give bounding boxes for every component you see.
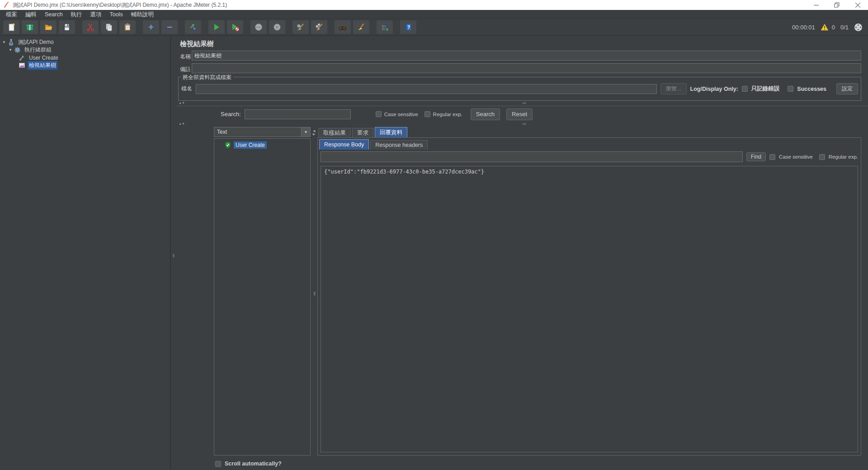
reset-button[interactable]: Reset [506,108,533,120]
log-successes-checkbox[interactable] [788,86,793,92]
splitter-grip-icon: »» [171,254,176,257]
find-button[interactable]: Find [746,152,766,161]
warning-count: 0 [832,24,835,31]
splitter-results[interactable]: ▲▼ »» [176,122,868,127]
browse-button[interactable]: 瀏覽... [660,83,687,94]
tree-item-thread-group[interactable]: ▼ 執行緒群組 [0,46,170,54]
help-button[interactable]: ? [400,20,416,34]
find-row: Find Case sensitive Regular exp. [321,151,858,162]
stop-button[interactable]: STOP [250,20,267,34]
tab-request[interactable]: 要求 [352,128,373,137]
start-no-pauses-button[interactable] [227,20,243,34]
menu-item-run[interactable]: 執行 [67,10,86,19]
menu-item-options[interactable]: 選項 [86,10,106,19]
warning-triangle-icon [821,24,829,31]
response-subtab-strip: Response Body Response headers [319,139,428,150]
paste-button[interactable] [119,20,136,34]
menu-item-help[interactable]: 輔助說明 [127,10,158,19]
remove-button[interactable]: − [161,20,178,34]
collapse-arrow-icon[interactable]: ▼ [8,48,13,52]
clear-all-broom-icon [315,23,324,32]
main-vertical-splitter[interactable]: »» [171,36,176,470]
copy-button[interactable] [101,20,117,34]
success-shield-icon [224,141,232,149]
name-input[interactable] [192,51,861,61]
search-button-toolbar[interactable] [335,20,351,34]
renderer-dropdown[interactable]: Text ▼ [214,127,311,137]
splitter-collapse-arrows-icon[interactable]: ◀▶ [313,129,315,136]
tree-item-label: User Create [28,54,60,61]
search-regular-exp-checkbox[interactable] [425,111,430,117]
menu-item-search[interactable]: Search [41,10,67,19]
scroll-automatically-checkbox[interactable] [215,461,221,467]
menubar: 檔案 編輯 Search 執行 選項 Tools 輔助說明 [0,10,868,19]
search-case-sensitive-checkbox[interactable] [376,111,382,117]
add-button[interactable]: + [143,20,159,34]
splitter-search[interactable]: ▲▼ »» [176,101,868,106]
toolbar-status: 00:00:01 0 0/1 [792,23,868,32]
menu-item-edit[interactable]: 編輯 [21,10,41,19]
find-regular-exp-checkbox[interactable] [819,154,825,160]
log-errors-checkbox[interactable] [742,86,748,92]
warning-indicator[interactable]: 0 [821,24,835,31]
splitter-collapse-arrows-icon[interactable]: ▲▼ [179,122,185,125]
minus-icon: − [167,23,172,32]
comments-input[interactable] [192,63,861,73]
filename-input[interactable] [196,84,657,94]
write-results-group-title: 將全部資料寫成檔案 [181,74,233,81]
menu-item-tools[interactable]: Tools [106,10,127,19]
tab-sampler-result[interactable]: 取樣結果 [318,128,351,137]
start-button[interactable] [208,20,225,34]
editor-title: 檢視結果樹 [180,40,214,48]
find-input[interactable] [321,151,743,162]
configure-button[interactable]: 設定 [836,83,858,94]
new-file-icon [7,23,16,32]
start-play-icon [212,23,221,32]
new-file-button[interactable] [3,20,19,34]
remote-start-icon[interactable] [854,23,863,32]
tree-item-test-plan[interactable]: ▼ 測試API Demo [0,38,170,46]
search-input[interactable] [245,109,351,119]
clear-search-button[interactable] [353,20,369,34]
minimize-button[interactable] [806,0,826,10]
results-vertical-splitter[interactable]: ◀▶ »» [312,127,317,456]
shutdown-button[interactable] [269,20,285,34]
save-button[interactable] [59,20,75,34]
tab-response-data[interactable]: 回覆資料 [375,127,407,137]
collapse-arrow-icon[interactable]: ▼ [2,40,6,44]
stop-sign-icon: STOP [254,23,263,32]
function-helper-notebook-icon [380,23,389,32]
tree-item-user-create[interactable]: User Create [0,54,170,61]
search-button[interactable]: Search [471,108,500,120]
search-panel: Search: Case sensitive Regular exp. Sear… [176,106,868,122]
results-tree-icon [18,61,26,69]
splitter-grip-icon: »» [522,122,526,126]
response-body-text[interactable]: {"userId":"fb9221d3-6977-43c0-be35-a727d… [321,166,858,452]
clear-button[interactable] [292,20,309,34]
restore-button[interactable] [826,0,847,10]
view-results-tree-editor: 檢視結果樹 名稱 備註 將全部資料寫成檔案 檔名 瀏覽... Log/Displ… [176,36,868,470]
open-file-button[interactable] [40,20,57,34]
test-plan-icon [7,38,15,46]
cut-button[interactable] [82,20,99,34]
start-no-pauses-icon [231,23,240,32]
plus-icon: + [148,23,154,32]
function-helper-button[interactable] [377,20,393,34]
close-button[interactable] [847,0,868,10]
shutdown-icon [273,23,282,32]
tab-response-body[interactable]: Response Body [319,139,369,150]
write-results-groupbox: 將全部資料寫成檔案 檔名 瀏覽... Log/Display Only: 只記錄… [178,77,861,101]
menu-item-file[interactable]: 檔案 [2,10,21,19]
find-case-sensitive-checkbox[interactable] [769,154,775,160]
tab-response-headers[interactable]: Response headers [370,140,428,150]
tree-item-view-results-tree[interactable]: 檢視結果樹 [0,61,170,69]
toggle-button[interactable] [185,20,201,34]
splitter-collapse-arrows-icon[interactable]: ▲▼ [179,101,185,104]
response-tabs-area: 取樣結果 要求 回覆資料 Response Body Response head… [317,127,861,456]
clear-broom-icon [296,23,305,32]
paste-clipboard-icon [123,23,132,32]
result-item-user-create[interactable]: User Create [214,141,310,149]
templates-button[interactable] [22,20,38,34]
clear-all-button[interactable] [311,20,327,34]
chevron-down-icon[interactable]: ▼ [301,127,310,136]
